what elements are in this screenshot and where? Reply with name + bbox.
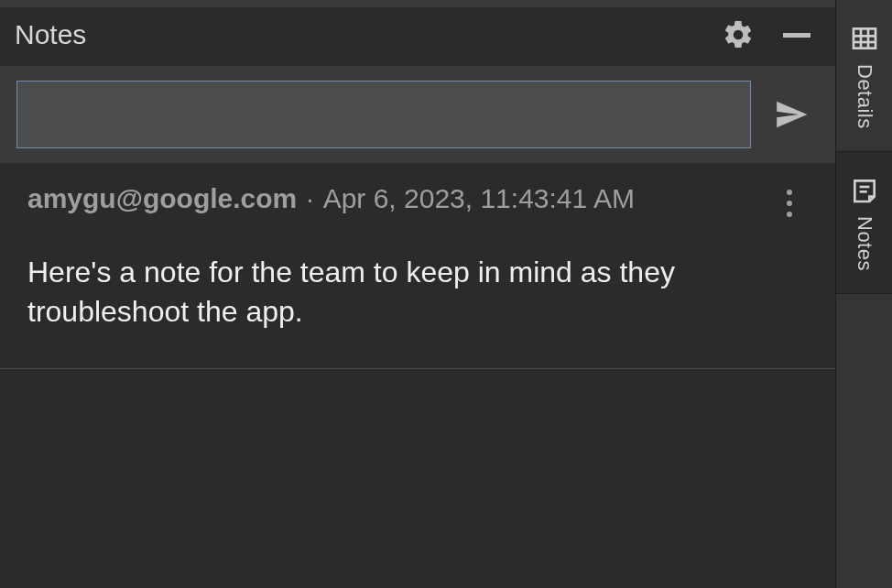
top-edge-strip (0, 0, 835, 7)
note-more-button[interactable] (778, 187, 800, 220)
send-button[interactable] (771, 94, 811, 135)
panel-title: Notes (15, 19, 722, 50)
header-actions (722, 18, 821, 51)
rail-spacer (836, 294, 892, 588)
tab-details[interactable]: Details (836, 0, 892, 152)
note-meta: amygu@google.com · Apr 6, 2023, 11:43:41… (27, 183, 813, 214)
meta-separator: · (306, 183, 313, 214)
main-column: Notes amygu@googl (0, 0, 835, 588)
send-icon (774, 97, 809, 132)
panel-header: Notes (0, 7, 835, 66)
note-compose-section (0, 66, 835, 163)
table-icon (850, 24, 879, 53)
note-timestamp: Apr 6, 2023, 11:43:41 AM (323, 183, 635, 214)
note-item: amygu@google.com · Apr 6, 2023, 11:43:41… (0, 163, 835, 369)
minimize-button[interactable] (780, 18, 813, 51)
tab-details-label: Details (853, 64, 876, 129)
more-vert-icon (787, 190, 792, 195)
minimize-icon (783, 33, 810, 38)
right-rail: Details Notes (835, 0, 892, 588)
note-icon (850, 176, 879, 205)
tab-notes-label: Notes (853, 216, 876, 271)
gear-icon (722, 18, 755, 51)
settings-button[interactable] (722, 18, 755, 51)
notes-panel-root: Notes amygu@googl (0, 0, 892, 588)
note-input[interactable] (16, 81, 751, 148)
note-author: amygu@google.com (27, 183, 297, 214)
tab-notes[interactable]: Notes (836, 152, 892, 294)
svg-rect-0 (854, 28, 876, 48)
note-body: Here's a note for the team to keep in mi… (27, 253, 742, 332)
